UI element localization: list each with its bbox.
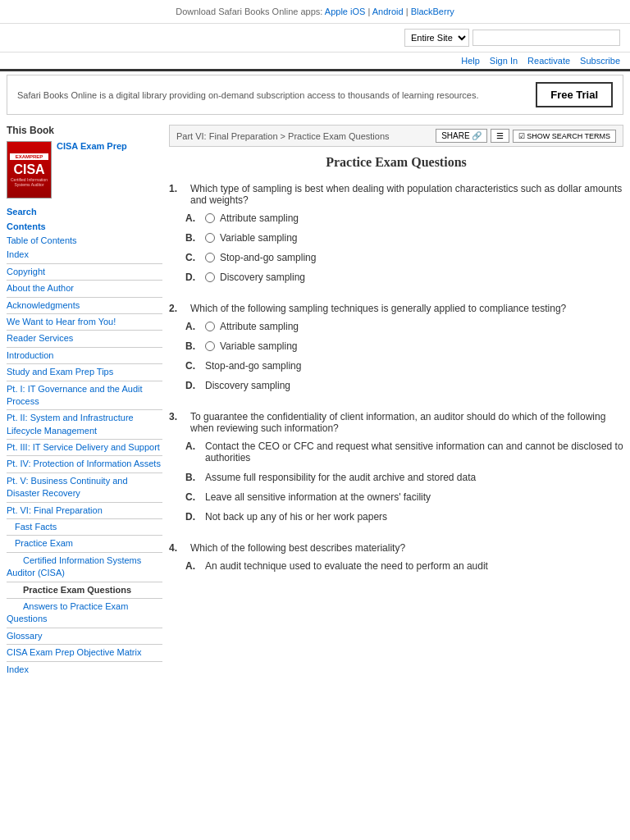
q1-option-a-text: Attribute sampling — [220, 212, 299, 224]
page-title: Practice Exam Questions — [169, 155, 623, 170]
sidebar-search-section: Search — [7, 207, 162, 217]
q2-option-b-radio[interactable] — [205, 341, 215, 351]
breadcrumb: Part VI: Final Preparation > Practice Ex… — [176, 131, 390, 141]
sidebar-link-copyright: Copyright — [7, 266, 162, 278]
question-3-header: 3. To guarantee the confidentiality of c… — [169, 411, 623, 434]
sidebar-links-list: Table of Contents Index Copyright About … — [7, 235, 162, 676]
search-section-title[interactable]: Search — [7, 207, 162, 217]
book-title-link[interactable]: CISA Exam Prep — [57, 141, 127, 151]
q1-option-a-label: A. — [185, 212, 200, 224]
subscribe-link[interactable]: Subscribe — [580, 56, 620, 66]
q1-option-d-label: D. — [185, 272, 200, 283]
signin-link[interactable]: Sign In — [490, 56, 518, 66]
top-bar: Download Safari Books Online apps: Apple… — [0, 0, 630, 24]
q2-option-d: D. Discovery sampling — [169, 380, 623, 391]
question-2-number: 2. — [169, 303, 185, 314]
android-link[interactable]: Android — [372, 7, 404, 16]
q3-option-b-text: Assume full responsibility for the audit… — [205, 472, 476, 483]
question-1-header: 1. Which type of sampling is best when d… — [169, 183, 623, 206]
exam-prep-label: EXAMPREP — [10, 153, 48, 160]
q2-option-c-text: Stop-and-go sampling — [205, 360, 301, 372]
question-3-number: 3. — [169, 411, 185, 434]
q1-option-d-radio[interactable] — [205, 272, 215, 282]
sidebar-link-pt1: Pt. I: IT Governance and the Audit Proce… — [7, 383, 162, 409]
reactivate-link[interactable]: Reactivate — [527, 56, 570, 66]
q2-option-b: B. Variable sampling — [169, 340, 623, 352]
q1-option-b-label: B. — [185, 232, 200, 244]
share-button[interactable]: SHARE 🔗 — [436, 129, 486, 143]
top-bar-text: Download Safari Books Online apps: — [176, 7, 322, 16]
blackberry-link[interactable]: BlackBerry — [411, 7, 454, 16]
q2-option-c-label: C. — [185, 360, 200, 372]
q1-option-a-radio[interactable] — [205, 213, 215, 223]
q1-option-c-radio[interactable] — [205, 253, 215, 262]
question-4-number: 4. — [169, 542, 185, 554]
sidebar-link-toc: Table of Contents — [7, 235, 162, 247]
share-icon: 🔗 — [472, 131, 482, 140]
q3-option-c-text: Leave all sensitive information at the o… — [205, 491, 431, 503]
question-4: 4. Which of the following best describes… — [169, 542, 623, 572]
q3-option-d-text: Not back up any of his or her work paper… — [205, 511, 387, 523]
search-input[interactable] — [472, 30, 620, 46]
book-cover-image: EXAMPREP CISA Certified Information Syst… — [7, 141, 52, 199]
q1-option-c: C. Stop-and-go sampling — [169, 252, 623, 263]
book-cover: EXAMPREP CISA Certified Information Syst… — [7, 141, 162, 199]
q2-option-b-content: Variable sampling — [205, 340, 298, 352]
help-link[interactable]: Help — [461, 56, 480, 66]
q1-option-b-content: Variable sampling — [205, 232, 298, 244]
q4-option-a: A. An audit technique used to evaluate t… — [169, 560, 623, 572]
sidebar-link-index2: Index — [7, 664, 162, 676]
sidebar-link-answers: Answers to Practice Exam Questions — [7, 600, 162, 626]
q2-option-d-label: D. — [185, 380, 200, 391]
q3-option-b-label: B. — [185, 472, 200, 483]
promo-text: Safari Books Online is a digital library… — [17, 90, 479, 100]
sidebar-link-practice-exam: Practice Exam — [7, 537, 162, 550]
sidebar-contents-section: Contents — [7, 221, 162, 231]
q2-option-c: C. Stop-and-go sampling — [169, 360, 623, 372]
sidebar-link-pt2: Pt. II: System and Infrastructure Lifecy… — [7, 412, 162, 437]
contents-section-title[interactable]: Contents — [7, 221, 162, 231]
question-1-text: Which type of sampling is best when deal… — [190, 183, 623, 206]
q2-option-a: A. Attribute sampling — [169, 321, 623, 332]
q4-option-a-label: A. — [185, 560, 200, 572]
sidebar-link-fast: Fast Facts — [7, 521, 162, 533]
sidebar-link-acknowledgments: Acknowledgments — [7, 299, 162, 312]
free-trial-button[interactable]: Free Trial — [536, 82, 613, 107]
sidebar-link-practice-questions: Practice Exam Questions — [7, 584, 162, 596]
q1-option-c-text: Stop-and-go sampling — [220, 252, 316, 263]
q2-option-a-label: A. — [185, 321, 200, 332]
q1-option-c-content: Stop-and-go sampling — [205, 252, 316, 263]
q3-option-c-label: C. — [185, 491, 200, 503]
sidebar-link-reader: Reader Services — [7, 332, 162, 345]
sidebar-link-hear: We Want to Hear from You! — [7, 316, 162, 328]
q3-option-c: C. Leave all sensitive information at th… — [169, 491, 623, 503]
sidebar-link-pt4: Pt. IV: Protection of Information Assets — [7, 458, 162, 470]
sidebar-link-cisa: Certified Information Systems Auditor (C… — [7, 555, 162, 580]
book-subtitle-small: Certified Information Systems Auditor — [10, 177, 48, 187]
q1-option-b-text: Variable sampling — [220, 232, 298, 244]
question-3: 3. To guarantee the confidentiality of c… — [169, 411, 623, 523]
q2-option-b-text: Variable sampling — [220, 340, 298, 352]
q1-option-d-text: Discovery sampling — [220, 272, 305, 283]
promo-bar: Safari Books Online is a digital library… — [7, 75, 623, 115]
q2-option-a-radio[interactable] — [205, 322, 215, 331]
sidebar-link-pt6: Pt. VI: Final Preparation — [7, 504, 162, 517]
search-scope-select[interactable]: Entire Site — [404, 29, 469, 47]
question-2-header: 2. Which of the following sampling techn… — [169, 303, 623, 314]
q3-option-d-label: D. — [185, 511, 200, 523]
breadcrumb-actions: SHARE 🔗 ☰ ☑ SHOW SEARCH TERMS — [436, 129, 616, 143]
search-bar: Entire Site — [0, 24, 630, 52]
show-search-terms-btn[interactable]: ☑ SHOW SEARCH TERMS — [513, 130, 616, 143]
q4-option-a-text: An audit technique used to evaluate the … — [205, 560, 488, 572]
nav-bar: Help Sign In Reactivate Subscribe — [0, 52, 630, 71]
q1-option-a: A. Attribute sampling — [169, 212, 623, 224]
q2-option-a-content: Attribute sampling — [205, 321, 299, 332]
sidebar-link-intro: Introduction — [7, 349, 162, 362]
q1-option-d: D. Discovery sampling — [169, 272, 623, 283]
q1-option-b-radio[interactable] — [205, 233, 215, 243]
action-btn-1[interactable]: ☰ — [491, 129, 509, 143]
share-label: SHARE — [441, 131, 469, 140]
question-2: 2. Which of the following sampling techn… — [169, 303, 623, 391]
apple-ios-link[interactable]: Apple iOS — [325, 7, 366, 16]
q1-option-a-content: Attribute sampling — [205, 212, 299, 224]
